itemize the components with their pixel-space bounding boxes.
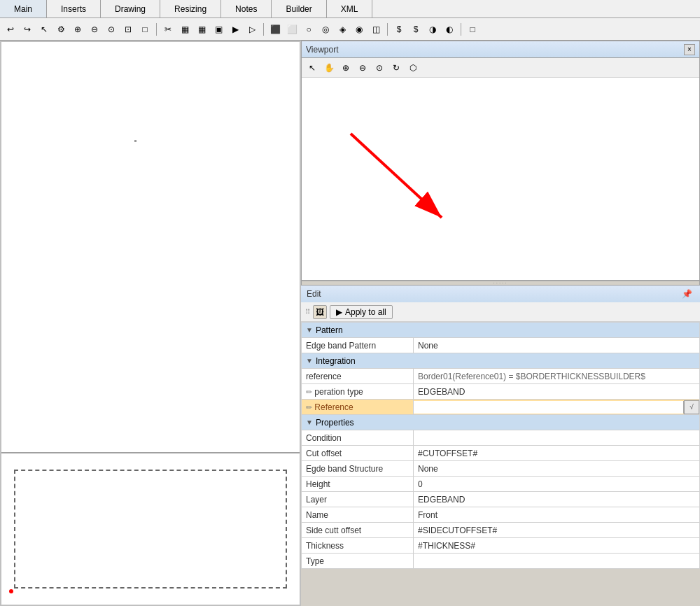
view-button[interactable]: □	[465, 22, 480, 37]
tool-button-3[interactable]: ◐	[442, 22, 457, 37]
tab-resizing[interactable]: Resizing	[160, 0, 221, 17]
shape-button-5[interactable]: ◈	[335, 22, 350, 37]
layer-row: Layer EDGEBAND	[302, 492, 700, 507]
pattern-title: Pattern	[316, 325, 343, 335]
zoom-button[interactable]: ⊡	[120, 22, 136, 37]
properties-section-header: ▼ Properties	[302, 415, 700, 430]
tool-button-1[interactable]: ⚙	[53, 22, 69, 37]
vp-cursor-button[interactable]: ↖	[304, 60, 320, 76]
dollar-button-2[interactable]: $	[408, 22, 424, 37]
edit-icon-button[interactable]: 🖼	[313, 305, 327, 319]
reference-input-cell: √	[414, 400, 700, 415]
reference-row: reference Border01(Reference01) = $BORDE…	[302, 369, 700, 384]
formula-button[interactable]: √	[684, 400, 699, 414]
reference-input[interactable]	[414, 401, 684, 414]
tab-main[interactable]: Main	[0, 0, 47, 17]
layer-value: EDGEBAND	[414, 492, 700, 507]
viewport-header: Viewport ×	[302, 41, 699, 58]
resize-handle[interactable]: ·····	[302, 281, 699, 285]
edge-band-pattern-row: Edge band Pattern None	[302, 338, 700, 353]
tab-drawing[interactable]: Drawing	[101, 0, 160, 17]
properties-chevron[interactable]: ▼	[306, 418, 313, 426]
type-row: Type	[302, 554, 700, 569]
tab-builder[interactable]: Builder	[272, 0, 326, 17]
viewport-container: Viewport × ↖ ✋ ⊕ ⊖ ⊙ ↻ ⬡	[301, 41, 700, 286]
edit-pin-button[interactable]: 📌	[679, 286, 694, 302]
tool-button-2[interactable]: ◑	[425, 22, 440, 37]
vp-3d-button[interactable]: ⬡	[405, 60, 421, 76]
sep-1	[156, 23, 157, 36]
grid-button-3[interactable]: ▣	[211, 22, 226, 37]
reference-value: Border01(Reference01) = $BORDERTHICKNESS…	[414, 369, 700, 384]
apply-icon: ▶	[336, 307, 342, 317]
viewport-svg	[302, 78, 699, 280]
pan-button[interactable]: □	[137, 22, 153, 37]
height-name: Height	[302, 477, 414, 492]
zoom-in-button[interactable]: ⊕	[70, 22, 85, 37]
viewport-close-button[interactable]: ×	[684, 44, 695, 55]
operation-type-label: peration type	[314, 387, 363, 397]
undo-button[interactable]: ↩	[3, 22, 18, 37]
shape-button-2[interactable]: ⬜	[284, 22, 300, 37]
canvas-top	[1, 42, 300, 453]
edge-band-structure-name: Egde band Structure	[302, 461, 414, 477]
vp-zoomout-button[interactable]: ⊖	[355, 60, 370, 76]
sep-4	[461, 23, 461, 36]
name-row: Name Front	[302, 507, 700, 523]
sep-2	[263, 23, 264, 36]
type-value	[414, 554, 700, 569]
zoom-fit-button[interactable]: ⊙	[104, 22, 119, 37]
properties-label: ▼ Properties	[306, 418, 695, 428]
main-layout: Viewport × ↖ ✋ ⊕ ⊖ ⊙ ↻ ⬡	[0, 41, 700, 606]
height-row: Height 0	[302, 477, 700, 492]
zoom-out-button[interactable]: ⊖	[87, 22, 102, 37]
shape-button-7[interactable]: ◫	[368, 22, 384, 37]
tab-xml[interactable]: XML	[327, 0, 373, 17]
edit-panel: Edit 📌 ⠿ 🖼 ▶ Apply to all	[301, 286, 700, 569]
shape-button-3[interactable]: ○	[301, 22, 316, 37]
properties-scroll[interactable]: ▼ Pattern Edge band Pattern None	[301, 322, 700, 569]
vp-zoomfit-button[interactable]: ⊙	[372, 60, 387, 76]
reference-name: reference	[302, 369, 414, 384]
reference-input-wrapper: √	[414, 400, 699, 414]
apply-to-all-button[interactable]: ▶ Apply to all	[330, 305, 393, 319]
redo-button[interactable]: ↪	[20, 22, 35, 37]
condition-row: Condition	[302, 430, 700, 446]
menu-tabs: Main Inserts Drawing Resizing Notes Buil…	[0, 0, 700, 18]
edit-title: Edit	[307, 289, 321, 299]
grid-button-4[interactable]: ▶	[227, 22, 243, 37]
shape-button-6[interactable]: ◉	[351, 22, 367, 37]
dollar-button-1[interactable]: $	[391, 22, 407, 37]
grid-button-5[interactable]: ▷	[244, 22, 260, 37]
pattern-chevron[interactable]: ▼	[306, 326, 313, 334]
vp-zoomin-button[interactable]: ⊕	[338, 60, 354, 76]
corner-red-dot	[9, 589, 13, 593]
side-cut-offset-name: Side cutt offset	[302, 523, 414, 538]
cut-offset-row: Cut offset #CUTOFFSET#	[302, 446, 700, 461]
cursor-button[interactable]: ↖	[36, 22, 52, 37]
edge-band-structure-value: None	[414, 461, 700, 477]
vp-rotate-button[interactable]: ↻	[388, 60, 404, 76]
reference-input-label: Reference	[314, 402, 353, 412]
dashed-frame	[14, 470, 287, 589]
shape-button-1[interactable]: ⬛	[267, 22, 283, 37]
viewport-title: Viewport	[306, 45, 338, 55]
viewport-canvas	[302, 78, 699, 281]
left-panel	[0, 41, 301, 606]
grid-button-1[interactable]: ▦	[177, 22, 192, 37]
shape-button-4[interactable]: ◎	[318, 22, 333, 37]
thickness-name: Thickness	[302, 538, 414, 554]
operation-type-value: EDGEBAND	[414, 384, 700, 400]
tab-inserts[interactable]: Inserts	[47, 0, 101, 17]
tab-notes[interactable]: Notes	[221, 0, 272, 17]
cut-button[interactable]: ✂	[160, 22, 176, 37]
canvas-bottom-area	[7, 459, 294, 599]
condition-value	[414, 430, 700, 446]
side-cut-offset-value: #SIDECUTOFFSET#	[414, 523, 700, 538]
edge-band-structure-row: Egde band Structure None	[302, 461, 700, 477]
vp-pan-button[interactable]: ✋	[321, 60, 337, 76]
height-value: 0	[414, 477, 700, 492]
integration-chevron[interactable]: ▼	[306, 357, 313, 365]
grid-button-2[interactable]: ▦	[194, 22, 209, 37]
apply-label: Apply to all	[345, 307, 386, 317]
